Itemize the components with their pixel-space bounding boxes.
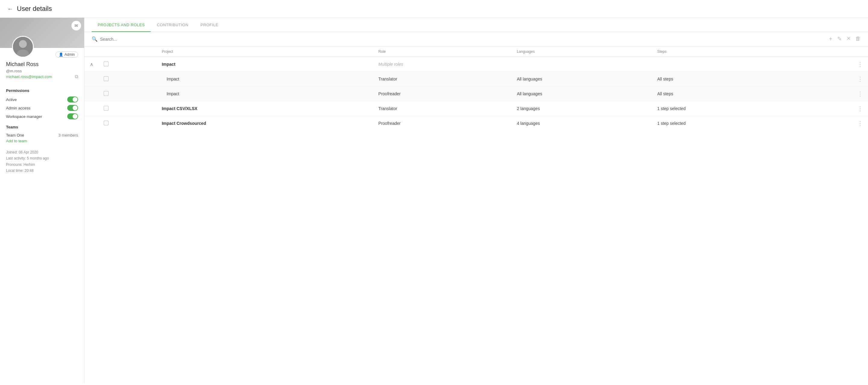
row-checkbox[interactable] <box>104 106 108 111</box>
project-cell: Impact <box>157 57 374 72</box>
table-row: ∧ Impact Multiple roles ⋮ <box>84 57 868 72</box>
expand-placeholder <box>84 116 99 131</box>
steps-cell: 1 step selected <box>652 116 805 131</box>
permission-active: Active <box>0 95 84 104</box>
project-cell: Impact CSV/XLSX <box>157 101 374 116</box>
user-meta: Joined: 06 Apr 2020 Last activity: 5 mon… <box>0 144 84 179</box>
handle: @m.ross <box>6 69 78 73</box>
col-role: Role <box>373 47 512 57</box>
team-name: Team One <box>6 133 24 138</box>
add-team-link[interactable]: Add to team <box>6 139 78 143</box>
role-value: Multiple roles <box>378 62 403 67</box>
copy-icon[interactable]: ⧉ <box>75 74 78 79</box>
email-row: michael.ross@impact.com ⧉ <box>6 74 78 79</box>
row-menu[interactable]: ⋮ <box>805 101 868 116</box>
role-cell: Translator <box>373 72 512 87</box>
local-time: Local time: 20:48 <box>6 168 78 174</box>
last-activity: Last activity: 5 months ago <box>6 155 78 161</box>
email-button[interactable]: ✉ <box>71 21 81 30</box>
svg-point-1 <box>19 40 27 48</box>
table-container: Project Role Languages Steps ∧ Impact Mu… <box>84 47 868 383</box>
row-checkbox[interactable] <box>104 91 108 96</box>
steps-cell: 1 step selected <box>652 101 805 116</box>
main-content: ✉ 👤 Admin Michael Ross @ <box>0 18 868 383</box>
email-link[interactable]: michael.ross@impact.com <box>6 75 52 79</box>
search-icon: 🔍 <box>92 36 98 42</box>
admin-person-icon: 👤 <box>59 53 63 57</box>
workspace-toggle[interactable] <box>67 113 78 119</box>
project-name: Impact Crowdsourced <box>162 121 206 126</box>
table-header: Project Role Languages Steps <box>84 47 868 57</box>
edit-icon[interactable]: ✎ <box>837 36 842 42</box>
email-icon: ✉ <box>74 23 78 28</box>
tab-projects-and-roles[interactable]: PROJECTS AND ROLES <box>92 18 151 32</box>
role-cell: Proofreader <box>373 87 512 101</box>
expand-placeholder <box>84 87 99 101</box>
admin-badge: 👤 Admin <box>56 52 78 58</box>
permission-workspace: Workspace manager <box>0 112 84 121</box>
pronouns: Pronouns: He/him <box>6 161 78 168</box>
permissions-title: Permissions <box>6 88 78 93</box>
page-title: User details <box>17 5 52 13</box>
search-input[interactable] <box>100 37 827 41</box>
languages-cell <box>512 57 652 72</box>
table-row: Impact Proofreader All languages All ste… <box>84 87 868 101</box>
row-checkbox[interactable] <box>104 121 108 125</box>
col-checkbox <box>99 47 157 57</box>
active-toggle[interactable] <box>67 96 78 102</box>
row-menu[interactable]: ⋮ <box>805 116 868 131</box>
left-panel: ✉ 👤 Admin Michael Ross @ <box>0 18 84 383</box>
joined-date: Joined: 06 Apr 2020 <box>6 149 78 155</box>
expand-placeholder <box>84 72 99 87</box>
profile-info: Michael Ross @m.ross michael.ross@impact… <box>0 58 84 84</box>
teams-title: Teams <box>6 125 78 129</box>
role-cell: Multiple roles <box>373 57 512 72</box>
right-panel: PROJECTS AND ROLES CONTRIBUTION PROFILE … <box>84 18 868 383</box>
project-cell: Impact <box>157 72 374 87</box>
username: Michael Ross <box>6 61 78 67</box>
row-checkbox[interactable] <box>104 76 108 81</box>
project-cell: Impact Crowdsourced <box>157 116 374 131</box>
row-menu[interactable]: ⋮ <box>805 57 868 72</box>
back-button[interactable]: ← <box>7 5 13 12</box>
steps-cell: All steps <box>652 87 805 101</box>
permission-admin-label: Admin access <box>6 106 30 110</box>
team-row: Team One 3 members <box>6 133 78 138</box>
expand-placeholder <box>84 101 99 116</box>
row-checkbox-cell <box>99 87 157 101</box>
table-row: Impact CSV/XLSX Translator 2 languages 1… <box>84 101 868 116</box>
avatar <box>12 36 34 58</box>
toolbar: 🔍 + ✎ ✕ 🗑 <box>84 32 868 47</box>
delete-icon[interactable]: 🗑 <box>855 36 861 42</box>
toolbar-actions: + ✎ ✕ 🗑 <box>829 36 861 42</box>
permission-active-label: Active <box>6 97 17 102</box>
languages-cell: All languages <box>512 87 652 101</box>
clear-icon[interactable]: ✕ <box>846 36 850 42</box>
search-container: 🔍 <box>92 36 827 42</box>
col-steps: Steps <box>652 47 805 57</box>
admin-toggle[interactable] <box>67 105 78 111</box>
tab-profile[interactable]: PROFILE <box>194 18 224 32</box>
team-members-count: 3 members <box>59 133 78 138</box>
col-expand <box>84 47 99 57</box>
projects-table: Project Role Languages Steps ∧ Impact Mu… <box>84 47 868 130</box>
languages-cell: All languages <box>512 72 652 87</box>
steps-cell <box>652 57 805 72</box>
tabs-bar: PROJECTS AND ROLES CONTRIBUTION PROFILE <box>84 18 868 32</box>
row-checkbox-cell <box>99 101 157 116</box>
row-checkbox-cell <box>99 57 157 72</box>
add-icon[interactable]: + <box>829 36 832 42</box>
expand-icon[interactable]: ∧ <box>84 57 99 72</box>
row-menu[interactable]: ⋮ <box>805 87 868 101</box>
col-languages: Languages <box>512 47 652 57</box>
page-header: ← User details <box>0 0 868 18</box>
role-cell: Proofreader <box>373 116 512 131</box>
row-menu[interactable]: ⋮ <box>805 72 868 87</box>
row-checkbox[interactable] <box>104 61 108 66</box>
steps-cell: All steps <box>652 72 805 87</box>
languages-cell: 4 languages <box>512 116 652 131</box>
col-project: Project <box>157 47 374 57</box>
table-row: Impact Translator All languages All step… <box>84 72 868 87</box>
languages-cell: 2 languages <box>512 101 652 116</box>
tab-contribution[interactable]: CONTRIBUTION <box>151 18 194 32</box>
